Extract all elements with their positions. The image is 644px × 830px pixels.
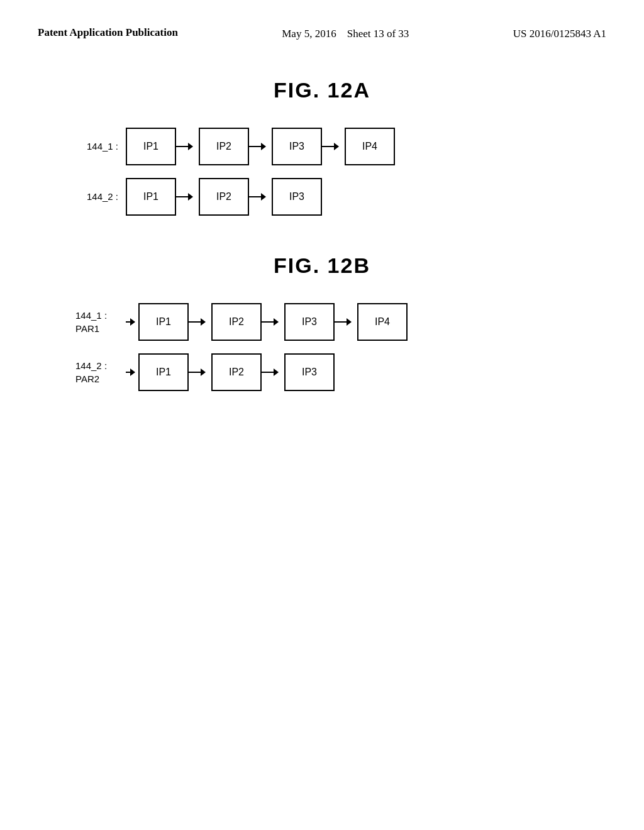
fig12b-row1-arrow1: [189, 321, 211, 323]
fig12b-row1-ip3: IP3: [284, 303, 335, 341]
fig12b-row1-label-top: 144_1 :: [75, 309, 123, 322]
header-sheet-text: Sheet 13 of 33: [347, 28, 409, 40]
fig12a-row1-label: 144_1 :: [75, 140, 126, 153]
arrow-line-icon: [189, 321, 205, 323]
fig12b-row2-ip3: IP3: [284, 353, 335, 391]
fig12b-row-1: 144_1 : PAR1 IP1 IP2 IP3 IP4: [75, 303, 606, 341]
arrow-line-icon: [262, 321, 278, 323]
arrow-line-icon: [176, 196, 192, 197]
arrow-line-icon: [249, 146, 265, 147]
fig12a-row-2: 144_2 : IP1 IP2 IP3: [75, 178, 606, 216]
fig12a-row1-ip1: IP1: [126, 128, 176, 165]
page: Patent Application Publication May 5, 20…: [0, 0, 644, 830]
fig12a-row1-arrow3: [322, 146, 345, 147]
fig12b-row1-ip1: IP1: [138, 303, 189, 341]
fig12b-row1-label: 144_1 : PAR1: [75, 309, 126, 335]
fig-12b-section: FIG. 12B 144_1 : PAR1 IP1 IP2: [38, 253, 606, 391]
fig-12b-title: FIG. 12B: [38, 253, 606, 278]
fig12a-row1-arrow1: [176, 146, 199, 147]
fig12a-row-1: 144_1 : IP1 IP2 IP3 IP4: [75, 128, 606, 165]
fig12a-row2-label: 144_2 :: [75, 191, 126, 203]
fig12b-row1-par-arrow: [126, 321, 138, 323]
fig-12a-section: FIG. 12A 144_1 : IP1 IP2 IP3 IP4: [38, 78, 606, 216]
fig12b-row1-arrow3: [335, 321, 357, 323]
fig12a-row2-ip3: IP3: [272, 178, 322, 216]
fig12b-row1-ip4: IP4: [357, 303, 408, 341]
fig12b-row2-par-arrow: [126, 372, 138, 373]
fig12b-row2-ip1: IP1: [138, 353, 189, 391]
fig12a-row2-ip1: IP1: [126, 178, 176, 216]
fig-12a-diagram: 144_1 : IP1 IP2 IP3 IP4 144_2 : IP1: [75, 128, 606, 216]
fig12b-row2-ip2: IP2: [211, 353, 262, 391]
fig12b-row2-label-par: PAR2: [75, 372, 123, 385]
fig12a-row2-arrow1: [176, 196, 199, 197]
fig12b-row2-label: 144_2 : PAR2: [75, 359, 126, 385]
fig12a-row1-arrow2: [249, 146, 272, 147]
fig-12b-diagram: 144_1 : PAR1 IP1 IP2 IP3 IP4: [75, 303, 606, 391]
header: Patent Application Publication May 5, 20…: [38, 25, 606, 40]
fig-12a-title: FIG. 12A: [38, 78, 606, 102]
fig12b-row2-arrow1: [189, 372, 211, 373]
header-publication-label: Patent Application Publication: [38, 25, 178, 40]
header-patent-number: US 2016/0125843 A1: [513, 25, 606, 40]
fig12a-row1-ip4: IP4: [345, 128, 395, 165]
fig12a-row2-ip2: IP2: [199, 178, 249, 216]
arrow-line-icon: [335, 321, 351, 323]
par-arrow-line-icon: [126, 372, 135, 373]
header-date-text: May 5, 2016: [282, 28, 336, 40]
arrow-line-icon: [262, 372, 278, 373]
arrow-line-icon: [189, 372, 205, 373]
arrow-line-icon: [249, 196, 265, 197]
fig12a-row2-arrow2: [249, 196, 272, 197]
fig12b-row2-label-top: 144_2 :: [75, 359, 123, 372]
fig12b-row-2: 144_2 : PAR2 IP1 IP2 IP3: [75, 353, 606, 391]
fig12a-row1-ip2: IP2: [199, 128, 249, 165]
fig12a-row1-ip3: IP3: [272, 128, 322, 165]
header-date: May 5, 2016 Sheet 13 of 33: [282, 25, 409, 40]
arrow-line-icon: [176, 146, 192, 147]
fig12b-row1-arrow2: [262, 321, 284, 323]
fig12b-row1-label-par: PAR1: [75, 322, 123, 335]
par-arrow-line-icon: [126, 321, 135, 323]
arrow-line-icon: [322, 146, 338, 147]
fig12b-row1-ip2: IP2: [211, 303, 262, 341]
fig12b-row2-arrow2: [262, 372, 284, 373]
